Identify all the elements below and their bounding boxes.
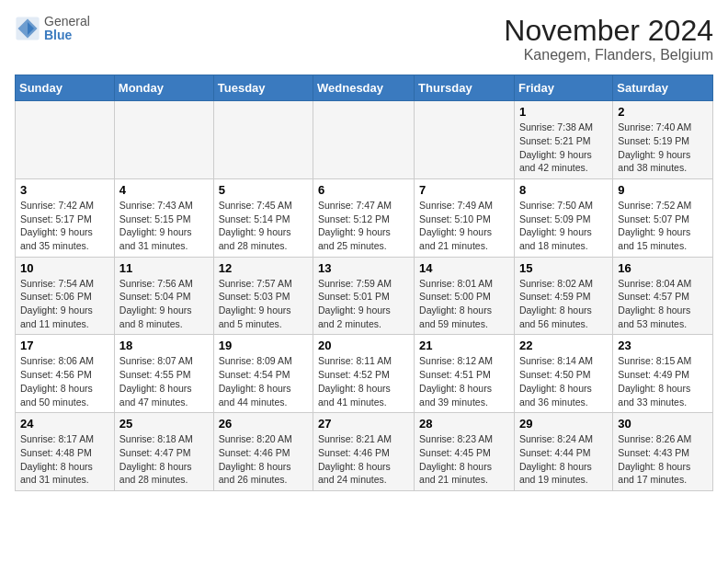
day-info: Sunrise: 8:24 AM Sunset: 4:44 PM Dayligh… xyxy=(519,432,608,487)
weekday-header: Tuesday xyxy=(213,75,313,101)
day-info: Sunrise: 8:06 AM Sunset: 4:56 PM Dayligh… xyxy=(20,354,109,408)
day-number: 8 xyxy=(519,183,608,197)
day-number: 13 xyxy=(318,261,409,275)
calendar-cell: 14Sunrise: 8:01 AM Sunset: 5:00 PM Dayli… xyxy=(415,257,515,335)
calendar-cell: 12Sunrise: 7:57 AM Sunset: 5:03 PM Dayli… xyxy=(213,257,313,335)
day-info: Sunrise: 7:43 AM Sunset: 5:15 PM Dayligh… xyxy=(119,199,209,253)
logo-text: General Blue xyxy=(44,15,90,43)
calendar-week-row: 17Sunrise: 8:06 AM Sunset: 4:56 PM Dayli… xyxy=(16,335,713,413)
calendar-cell: 13Sunrise: 7:59 AM Sunset: 5:01 PM Dayli… xyxy=(313,257,415,335)
day-number: 12 xyxy=(219,261,308,275)
day-number: 11 xyxy=(119,261,209,275)
calendar-title: November 2024 xyxy=(504,15,713,47)
logo-icon xyxy=(15,16,40,41)
day-info: Sunrise: 8:20 AM Sunset: 4:46 PM Dayligh… xyxy=(219,432,308,487)
day-number: 17 xyxy=(20,339,109,352)
calendar-cell: 10Sunrise: 7:54 AM Sunset: 5:06 PM Dayli… xyxy=(16,257,115,335)
calendar-week-row: 24Sunrise: 8:17 AM Sunset: 4:48 PM Dayli… xyxy=(16,413,713,491)
weekday-header: Sunday xyxy=(16,75,115,101)
calendar-cell xyxy=(16,101,115,179)
day-number: 9 xyxy=(618,183,708,197)
calendar-cell xyxy=(313,101,415,179)
day-info: Sunrise: 8:14 AM Sunset: 4:50 PM Dayligh… xyxy=(519,354,608,408)
day-info: Sunrise: 7:45 AM Sunset: 5:14 PM Dayligh… xyxy=(219,199,308,253)
calendar-cell: 29Sunrise: 8:24 AM Sunset: 4:44 PM Dayli… xyxy=(514,413,612,491)
day-info: Sunrise: 7:38 AM Sunset: 5:21 PM Dayligh… xyxy=(519,121,608,175)
calendar-cell: 27Sunrise: 8:21 AM Sunset: 4:46 PM Dayli… xyxy=(313,413,415,491)
weekday-header-row: SundayMondayTuesdayWednesdayThursdayFrid… xyxy=(16,75,713,101)
day-number: 26 xyxy=(219,417,308,431)
day-number: 14 xyxy=(419,261,509,275)
day-number: 23 xyxy=(618,339,708,352)
calendar-cell: 2Sunrise: 7:40 AM Sunset: 5:19 PM Daylig… xyxy=(613,101,713,179)
calendar-cell: 22Sunrise: 8:14 AM Sunset: 4:50 PM Dayli… xyxy=(514,335,612,413)
day-info: Sunrise: 7:56 AM Sunset: 5:04 PM Dayligh… xyxy=(119,277,209,331)
day-info: Sunrise: 8:18 AM Sunset: 4:47 PM Dayligh… xyxy=(119,432,209,487)
calendar-week-row: 3Sunrise: 7:42 AM Sunset: 5:17 PM Daylig… xyxy=(16,178,713,257)
day-info: Sunrise: 7:57 AM Sunset: 5:03 PM Dayligh… xyxy=(219,277,308,331)
day-number: 10 xyxy=(20,261,109,275)
day-number: 2 xyxy=(618,105,708,119)
calendar-cell: 24Sunrise: 8:17 AM Sunset: 4:48 PM Dayli… xyxy=(16,413,115,491)
day-info: Sunrise: 7:59 AM Sunset: 5:01 PM Dayligh… xyxy=(318,277,409,331)
day-number: 19 xyxy=(219,339,308,352)
day-info: Sunrise: 7:54 AM Sunset: 5:06 PM Dayligh… xyxy=(20,277,109,331)
day-info: Sunrise: 8:17 AM Sunset: 4:48 PM Dayligh… xyxy=(20,432,109,487)
page-header: General Blue November 2024 Kanegem, Flan… xyxy=(15,15,713,63)
day-info: Sunrise: 8:02 AM Sunset: 4:59 PM Dayligh… xyxy=(519,277,608,331)
day-number: 30 xyxy=(618,417,708,431)
calendar-week-row: 1Sunrise: 7:38 AM Sunset: 5:21 PM Daylig… xyxy=(16,101,713,179)
day-info: Sunrise: 7:40 AM Sunset: 5:19 PM Dayligh… xyxy=(618,121,708,175)
day-number: 15 xyxy=(519,261,608,275)
day-number: 29 xyxy=(519,417,608,431)
day-number: 21 xyxy=(419,339,509,352)
day-number: 20 xyxy=(318,339,409,352)
calendar-cell: 6Sunrise: 7:47 AM Sunset: 5:12 PM Daylig… xyxy=(313,178,415,257)
day-number: 18 xyxy=(119,339,209,352)
calendar-table: SundayMondayTuesdayWednesdayThursdayFrid… xyxy=(15,75,713,491)
weekday-header: Saturday xyxy=(613,75,713,101)
calendar-cell: 5Sunrise: 7:45 AM Sunset: 5:14 PM Daylig… xyxy=(213,178,313,257)
calendar-cell: 7Sunrise: 7:49 AM Sunset: 5:10 PM Daylig… xyxy=(415,178,515,257)
day-number: 6 xyxy=(318,183,409,197)
day-info: Sunrise: 8:23 AM Sunset: 4:45 PM Dayligh… xyxy=(419,432,509,487)
calendar-cell: 19Sunrise: 8:09 AM Sunset: 4:54 PM Dayli… xyxy=(213,335,313,413)
calendar-cell: 25Sunrise: 8:18 AM Sunset: 4:47 PM Dayli… xyxy=(114,413,213,491)
calendar-cell: 28Sunrise: 8:23 AM Sunset: 4:45 PM Dayli… xyxy=(415,413,515,491)
calendar-cell: 18Sunrise: 8:07 AM Sunset: 4:55 PM Dayli… xyxy=(114,335,213,413)
calendar-cell xyxy=(415,101,515,179)
calendar-cell: 11Sunrise: 7:56 AM Sunset: 5:04 PM Dayli… xyxy=(114,257,213,335)
calendar-cell xyxy=(213,101,313,179)
day-info: Sunrise: 8:26 AM Sunset: 4:43 PM Dayligh… xyxy=(618,432,708,487)
weekday-header: Monday xyxy=(114,75,213,101)
calendar-subtitle: Kanegem, Flanders, Belgium xyxy=(504,47,713,63)
day-number: 7 xyxy=(419,183,509,197)
day-info: Sunrise: 8:12 AM Sunset: 4:51 PM Dayligh… xyxy=(419,354,509,408)
day-number: 16 xyxy=(618,261,708,275)
title-block: November 2024 Kanegem, Flanders, Belgium xyxy=(504,15,713,63)
day-number: 4 xyxy=(119,183,209,197)
day-number: 1 xyxy=(519,105,608,119)
weekday-header: Thursday xyxy=(415,75,515,101)
day-number: 3 xyxy=(20,183,109,197)
logo: General Blue xyxy=(15,15,90,43)
calendar-cell: 17Sunrise: 8:06 AM Sunset: 4:56 PM Dayli… xyxy=(16,335,115,413)
day-info: Sunrise: 7:52 AM Sunset: 5:07 PM Dayligh… xyxy=(618,199,708,253)
day-info: Sunrise: 8:07 AM Sunset: 4:55 PM Dayligh… xyxy=(119,354,209,408)
day-info: Sunrise: 8:09 AM Sunset: 4:54 PM Dayligh… xyxy=(219,354,308,408)
calendar-cell: 16Sunrise: 8:04 AM Sunset: 4:57 PM Dayli… xyxy=(613,257,713,335)
weekday-header: Wednesday xyxy=(313,75,415,101)
weekday-header: Friday xyxy=(514,75,612,101)
day-number: 28 xyxy=(419,417,509,431)
calendar-cell: 30Sunrise: 8:26 AM Sunset: 4:43 PM Dayli… xyxy=(613,413,713,491)
calendar-cell: 20Sunrise: 8:11 AM Sunset: 4:52 PM Dayli… xyxy=(313,335,415,413)
day-number: 27 xyxy=(318,417,409,431)
calendar-cell: 3Sunrise: 7:42 AM Sunset: 5:17 PM Daylig… xyxy=(16,178,115,257)
day-info: Sunrise: 7:42 AM Sunset: 5:17 PM Dayligh… xyxy=(20,199,109,253)
logo-general: General xyxy=(44,15,90,29)
day-number: 22 xyxy=(519,339,608,352)
day-info: Sunrise: 8:21 AM Sunset: 4:46 PM Dayligh… xyxy=(318,432,409,487)
day-info: Sunrise: 8:04 AM Sunset: 4:57 PM Dayligh… xyxy=(618,277,708,331)
calendar-cell: 26Sunrise: 8:20 AM Sunset: 4:46 PM Dayli… xyxy=(213,413,313,491)
logo-blue: Blue xyxy=(44,29,90,42)
